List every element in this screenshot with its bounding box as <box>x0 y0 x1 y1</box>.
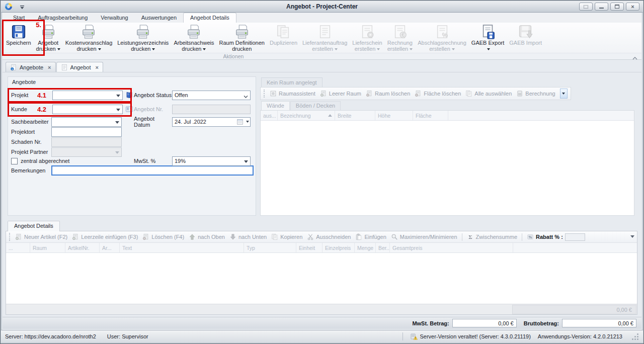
column-header-ar-[interactable]: Ar... <box>100 243 120 252</box>
bruttobetrag-value[interactable]: 0,00 € <box>562 319 636 327</box>
ribbon-button-angebot-drucken[interactable]: Angebotdrucken <box>34 24 63 52</box>
angebot-datum-input[interactable]: 24. Jul .2022 <box>172 117 251 127</box>
column-header-fläche[interactable]: Fläche <box>413 111 448 120</box>
chevron-down-icon[interactable] <box>116 95 120 97</box>
close-icon[interactable]: × <box>96 64 99 70</box>
column-header-bezeichnung[interactable]: Bezeichnung <box>278 111 335 120</box>
leerzeile-einfuegen-button[interactable]: Leerzeile einfügen (F3) <box>72 233 138 240</box>
kunde-label: Kunde <box>11 106 33 112</box>
ribbon-button-lieferantenauftrag-erstellen[interactable]: Lieferantenauftragerstellen <box>300 24 350 52</box>
doc-tab-angebot[interactable]: Angebot× <box>56 62 103 72</box>
alle-auswaehlen-button[interactable]: Alle auswählen <box>465 90 512 97</box>
details-grid-body[interactable] <box>6 253 637 304</box>
column-header-aus-[interactable]: aus... <box>261 111 278 120</box>
fullscreen-button[interactable] <box>579 3 593 11</box>
raum-loeschen-button[interactable]: Raum löschen <box>366 90 410 97</box>
column-header-artikelnr-[interactable]: ArtikelNr. <box>65 243 100 252</box>
resize-grip[interactable] <box>631 333 639 340</box>
neuer-artikel-button[interactable]: Neuer Artikel (F2) <box>15 233 67 240</box>
ribbon-button-kostenvoranschlag-drucken[interactable]: Kostenvoranschlagdrucken <box>63 24 115 52</box>
column-header-text[interactable]: Text <box>120 243 244 252</box>
ausschneiden-button[interactable]: Ausschneiden <box>307 233 351 240</box>
room-tab[interactable]: Kein Raum angelegt <box>261 77 323 87</box>
chevron-down-icon[interactable] <box>243 94 249 98</box>
kopieren-button[interactable]: Kopieren <box>271 233 302 240</box>
column-header-raum[interactable]: Raum <box>30 243 65 252</box>
zentral-abgerechnet-checkbox[interactable] <box>11 158 18 164</box>
column-header-einheit[interactable]: Einheit <box>296 243 323 252</box>
toolbar-button-label: Leerer Raum <box>329 91 361 97</box>
titlebar: Angebot - Project-Center × <box>1 1 643 13</box>
rabatt-button[interactable]: %Rabatt % : <box>527 233 585 241</box>
ribbon-button-gaeb-import[interactable]: GAEB Import <box>507 24 544 46</box>
customer-card-icon[interactable] <box>125 105 133 113</box>
ribbon-button-leistungsverzeichnis-drucken[interactable]: Leistungsverzeichnisdrucken <box>115 24 171 52</box>
ribbon-button-rechnung-erstellen[interactable]: €Rechnungerstellen <box>385 24 416 52</box>
chevron-down-icon[interactable] <box>116 109 120 111</box>
room-grid-body[interactable] <box>261 121 634 215</box>
ribbon-button-lieferschein-erstellen[interactable]: Lieferscheinerstellen <box>350 24 384 52</box>
maximize-button[interactable] <box>610 3 624 11</box>
column-header--[interactable]: ... <box>6 243 30 252</box>
ribbon-tab-verwaltung[interactable]: Verwaltung <box>94 13 134 23</box>
toolbar-dropdown-button[interactable] <box>560 89 568 99</box>
angebot-status-combobox[interactable]: Offen <box>172 91 251 100</box>
raumassistent-button[interactable]: Raumassistent <box>270 90 315 97</box>
datepicker-button[interactable] <box>236 118 249 125</box>
column-header-breite[interactable]: Breite <box>335 111 375 120</box>
kunde-combobox[interactable] <box>52 105 123 114</box>
ribbon-tab-auftragsbearbeitung[interactable]: Auftragsbearbeitung <box>31 13 94 23</box>
room-subtab-wände[interactable]: Wände <box>261 101 290 110</box>
ribbon-collapse-icon[interactable] <box>632 55 637 58</box>
chevron-down-icon[interactable] <box>115 121 119 124</box>
ribbon-button-abschlagsrechnung-erstellen[interactable]: %Abschlagsrechnungerstellen <box>415 24 469 52</box>
ribbon-button-duplizieren[interactable]: Duplizieren <box>267 24 300 46</box>
column-header-ber-[interactable]: Ber... <box>376 243 390 252</box>
leerer-raum-button[interactable]: Leerer Raum <box>320 90 361 97</box>
ribbon-tab-start[interactable]: Start <box>7 13 31 23</box>
nach-unten-button[interactable]: nach Unten <box>229 233 267 240</box>
zwischensumme-button[interactable]: ΣZwischensumme <box>467 233 518 240</box>
chevron-down-icon[interactable] <box>244 160 248 163</box>
quick-access-dropdown-icon[interactable] <box>20 5 25 9</box>
nach-oben-button[interactable]: nach Oben <box>189 233 225 240</box>
toolbar-overflow-icon[interactable] <box>630 235 634 238</box>
loeschen-button[interactable]: Löschen (F4) <box>142 233 184 240</box>
projekt-combobox[interactable] <box>52 91 123 100</box>
close-button[interactable]: × <box>626 3 639 11</box>
ribbon-button-gaeb-export[interactable]: GAEB Export <box>469 24 507 52</box>
minimize-button[interactable] <box>595 3 608 11</box>
doc-tab-angebote[interactable]: iAngebote× <box>6 62 56 72</box>
berechnung-button[interactable]: Berechnung <box>516 90 555 97</box>
bemerkungen-input[interactable] <box>51 165 254 176</box>
projekt-annotation: 4.1 <box>37 92 51 99</box>
column-header-höhe[interactable]: Höhe <box>375 111 413 120</box>
page-floppy-icon <box>480 24 496 39</box>
toolbar-grip[interactable] <box>9 233 11 241</box>
column-header-menge[interactable]: Menge <box>355 243 376 252</box>
column-header-gesamtpreis[interactable]: Gesamtpreis <box>390 243 513 252</box>
project-book-icon[interactable] <box>125 91 133 99</box>
toolbar-button-label: nach Oben <box>198 234 225 240</box>
sachbearbeiter-combobox[interactable] <box>51 117 122 127</box>
doc-percent-icon: % <box>435 24 450 39</box>
ribbon-button-speichern[interactable]: Speichern <box>4 24 34 46</box>
flaeche-loeschen-button[interactable]: Fläche löschen <box>415 90 461 97</box>
toolbar-grip[interactable] <box>264 90 265 98</box>
ribbon-button-raum-definitionen-drucken[interactable]: Raum Definitionendrucken <box>216 24 267 52</box>
mwst-betrag-value[interactable]: 0,00 € <box>452 319 517 327</box>
details-tab[interactable]: Angebot Details <box>8 221 60 231</box>
mwst-combobox[interactable]: 19% <box>172 156 251 166</box>
column-header-typ[interactable]: Typ <box>244 243 296 252</box>
ribbon-button-arbeitsnachweis-drucken[interactable]: Arbeitsnachweisdrucken <box>171 24 216 52</box>
ribbon-tab-auswertungen[interactable]: Auswertungen <box>135 13 183 23</box>
window-title: Angebot - Project-Center <box>1 3 643 10</box>
room-subtab-böden-decken[interactable]: Böden / Decken <box>290 101 341 110</box>
close-icon[interactable]: × <box>48 64 51 70</box>
maximieren-minimieren-button[interactable]: Maximieren/Minimieren <box>391 233 457 240</box>
rabatt-input[interactable] <box>565 233 585 241</box>
ribbon-tab-angebot-details[interactable]: Angebot Details <box>183 13 236 23</box>
projektort-input[interactable] <box>51 127 122 137</box>
column-header-einzelpreis[interactable]: Einzelpreis <box>323 243 355 252</box>
einfuegen-button[interactable]: Einfügen <box>355 233 386 240</box>
